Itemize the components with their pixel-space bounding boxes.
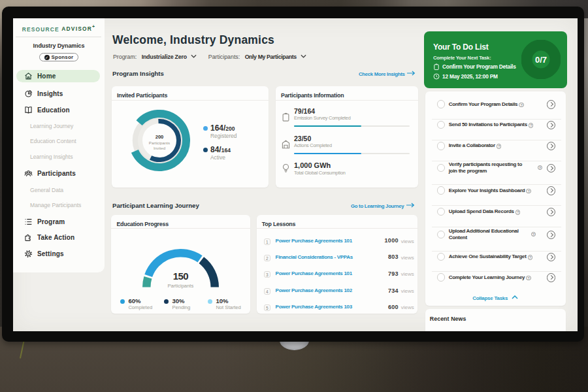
svg-text:200: 200 [155,134,164,140]
svg-text:Invited: Invited [154,146,166,150]
svg-text:0/7: 0/7 [535,55,547,65]
svg-text:Participants: Participants [149,140,170,145]
